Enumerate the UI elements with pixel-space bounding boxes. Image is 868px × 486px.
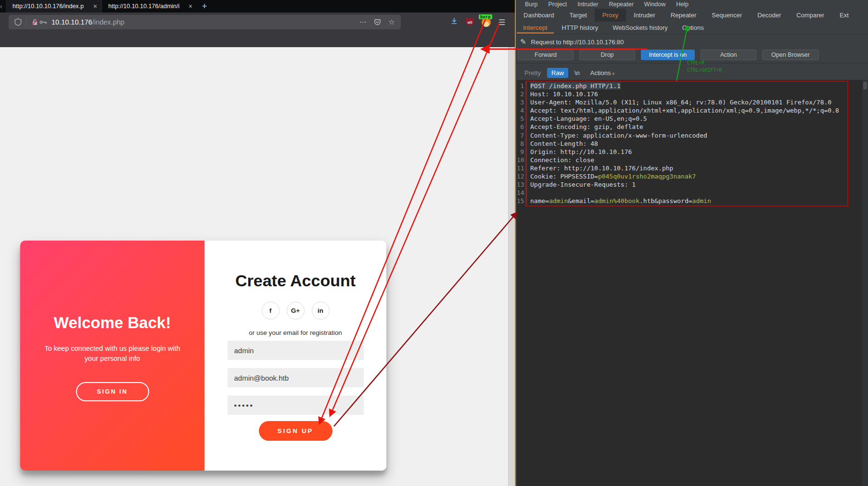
welcome-text: To keep connected with us please login w… — [39, 344, 185, 364]
actions-dropdown[interactable]: Actions∨ — [586, 68, 619, 78]
forward-button[interactable]: Forward — [518, 50, 574, 60]
googleplus-icon[interactable]: G+ — [287, 302, 305, 320]
signup-card: Welcome Back! To keep connected with us … — [20, 241, 386, 471]
message-view-toolbar: Pretty Raw \n Actions∨ — [516, 65, 868, 80]
request-line[interactable]: 12Cookie: PHPSESSID=p045q0uv1rsho2maqpg3… — [517, 172, 868, 180]
subtab-options[interactable]: Options — [675, 22, 711, 34]
menu-help[interactable]: Help — [671, 1, 694, 8]
pencil-icon: ✎ — [520, 38, 526, 46]
tab-bar: ‹ http://10.10.10.176/index.p × http://1… — [0, 0, 515, 13]
tab-intruder[interactable]: Intruder — [626, 9, 663, 22]
new-tab-button[interactable]: + — [196, 0, 213, 13]
request-editor[interactable]: 1POST /index.php HTTP/1.12Host: 10.10.10… — [517, 80, 868, 486]
page-actions-icon[interactable]: ⋯ — [358, 18, 367, 26]
burp-menu-bar: Burp Project Intruder Repeater Window He… — [516, 0, 868, 9]
email-field[interactable] — [228, 368, 364, 387]
request-info-bar: ✎ Request to http://10.10.10.176:80 — [516, 34, 868, 50]
request-line[interactable]: 15name=admin&email=admin%40book.htb&pass… — [517, 197, 868, 205]
menu-repeater[interactable]: Repeater — [603, 1, 638, 8]
menu-project[interactable]: Project — [543, 1, 572, 8]
subtab-http-history[interactable]: HTTP history — [555, 22, 606, 34]
editor-scrollbar-thumb[interactable] — [863, 82, 867, 90]
request-line[interactable]: 10Connection: close — [517, 156, 868, 164]
welcome-title: Welcome Back! — [20, 314, 204, 332]
request-line[interactable]: 2Host: 10.10.10.176 — [517, 90, 868, 98]
tab-sequencer[interactable]: Sequencer — [704, 9, 750, 22]
view-pretty-button[interactable]: Pretty — [520, 68, 545, 78]
chevron-down-icon: ∨ — [612, 71, 615, 76]
name-field[interactable] — [228, 341, 364, 360]
tab-proxy[interactable]: Proxy — [595, 9, 626, 22]
open-browser-button[interactable]: Open Browser — [762, 50, 819, 60]
linkedin-icon[interactable]: in — [312, 302, 330, 320]
download-icon[interactable] — [450, 17, 458, 27]
insecure-lock-icon[interactable] — [30, 18, 39, 26]
menu-burp[interactable]: Burp — [520, 1, 543, 8]
request-line[interactable]: 8Content-Length: 48 — [517, 140, 868, 148]
key-icon[interactable] — [39, 18, 48, 26]
view-raw-button[interactable]: Raw — [547, 68, 568, 78]
burp-main-tabs: Dashboard Target Proxy Intruder Repeater… — [516, 9, 868, 22]
tab-title: http://10.10.10.176/index.p — [13, 3, 89, 10]
request-line[interactable]: 5Accept-Language: en-US,en;q=0.5 — [517, 115, 868, 123]
foxyproxy-icon[interactable]: burp — [482, 18, 491, 27]
intercept-buttons: Forward Drop Intercept is on Action Open… — [516, 50, 868, 62]
hamburger-icon[interactable]: ☰ — [498, 18, 505, 27]
drop-button[interactable]: Drop — [579, 50, 635, 60]
menu-intruder[interactable]: Intruder — [572, 1, 603, 8]
facebook-icon[interactable]: f — [262, 302, 280, 320]
view-newline-button[interactable]: \n — [570, 68, 584, 78]
subtab-intercept[interactable]: Intercept — [516, 22, 555, 34]
bookmark-star-icon[interactable]: ☆ — [387, 18, 396, 26]
editor-scrollbar[interactable] — [862, 80, 868, 486]
request-line[interactable]: 13Upgrade-Insecure-Requests: 1 — [517, 180, 868, 189]
tab-close-icon[interactable]: × — [185, 2, 192, 10]
request-line[interactable]: 9Origin: http://10.10.10.176 — [517, 148, 868, 156]
screen: ‹ http://10.10.10.176/index.p × http://1… — [0, 0, 868, 486]
page-scrollbar[interactable] — [508, 47, 515, 486]
sign-up-button[interactable]: SIGN UP — [259, 421, 332, 441]
tab-decoder[interactable]: Decoder — [750, 9, 789, 22]
tab-repeater[interactable]: Repeater — [663, 9, 704, 22]
tab-scroll-left-icon[interactable]: ‹ — [0, 0, 6, 13]
request-line[interactable]: 11Referer: http://10.10.10.176/index.php — [517, 164, 868, 172]
request-lines: 1POST /index.php HTTP/1.12Host: 10.10.10… — [517, 82, 868, 205]
tab-close-icon[interactable]: × — [89, 2, 97, 10]
burp-proxy-badge: burp — [479, 14, 492, 19]
request-line[interactable]: 7Content-Type: application/x-www-form-ur… — [517, 131, 868, 140]
pocket-icon[interactable] — [373, 18, 382, 26]
actions-label: Actions — [590, 69, 611, 77]
tab-comparer[interactable]: Comparer — [789, 9, 832, 22]
url-bar[interactable]: 10.10.10.176/index.php ⋯ ☆ — [9, 15, 401, 29]
action-button[interactable]: Action — [701, 50, 756, 60]
request-line[interactable]: 3User-Agent: Mozilla/5.0 (X11; Linux x86… — [517, 98, 868, 106]
request-line[interactable]: 6Accept-Encoding: gzip, deflate — [517, 123, 868, 131]
ublock-icon[interactable]: uO — [466, 18, 474, 26]
intercept-toggle-button[interactable]: Intercept is on — [641, 50, 695, 60]
create-account-panel: Create Account f G+ in or use your email… — [204, 241, 386, 471]
request-line[interactable]: 14 — [517, 189, 868, 197]
tab-extender[interactable]: Ext — [832, 9, 856, 22]
request-line[interactable]: 1POST /index.php HTTP/1.1 — [517, 82, 868, 90]
divider — [26, 18, 26, 26]
subtab-websockets-history[interactable]: WebSockets history — [605, 22, 675, 34]
browser-tab-admin[interactable]: http://10.10.10.176/admin/i × — [101, 0, 196, 13]
sign-in-button[interactable]: SIGN IN — [76, 382, 149, 401]
firefox-window: ‹ http://10.10.10.176/index.p × http://1… — [0, 0, 515, 486]
request-line[interactable]: 4Accept: text/html,application/xhtml+xml… — [517, 106, 868, 115]
password-field[interactable] — [228, 396, 364, 415]
social-buttons: f G+ in — [204, 302, 386, 320]
browser-tab-index[interactable]: http://10.10.10.176/index.p × — [6, 0, 101, 13]
toolbar-extensions: uO burp ☰ — [450, 15, 505, 29]
tab-dashboard[interactable]: Dashboard — [516, 9, 562, 22]
burp-proxy-subtabs: Intercept HTTP history WebSockets histor… — [516, 22, 868, 34]
tab-target[interactable]: Target — [562, 9, 595, 22]
registration-caption: or use your email for registration — [204, 329, 386, 336]
web-page: Welcome Back! To keep connected with us … — [0, 47, 508, 486]
url-path: /index.php — [92, 18, 125, 26]
menu-window[interactable]: Window — [639, 1, 671, 8]
tracking-shield-icon[interactable] — [13, 18, 22, 26]
url-text[interactable]: 10.10.10.176/index.php — [51, 18, 353, 26]
create-account-title: Create Account — [204, 271, 386, 290]
burp-window: Burp Project Intruder Repeater Window He… — [515, 0, 868, 486]
